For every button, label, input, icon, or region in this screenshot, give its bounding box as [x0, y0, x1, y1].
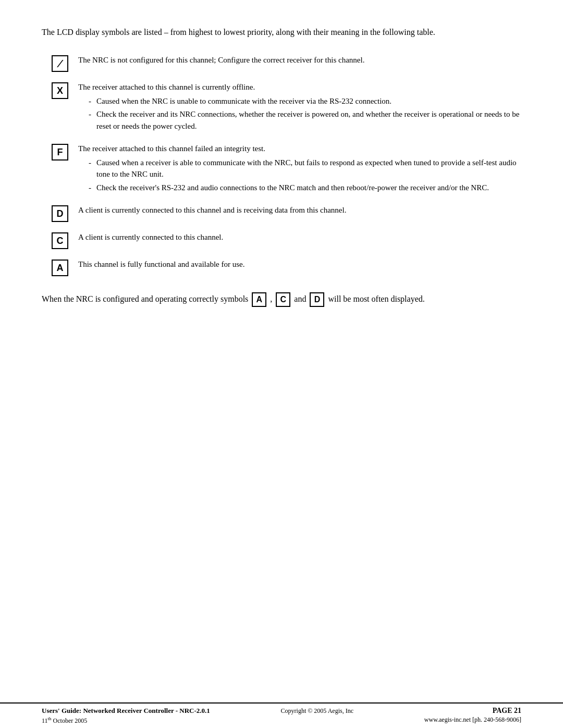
symbol-table: ∕ The NRC is not configured for this cha…: [42, 54, 521, 276]
footer-date: 11th October 2005: [42, 716, 210, 725]
symbol-cell-x: X: [42, 81, 78, 99]
symbol-cell-c: C: [42, 231, 78, 249]
slash-symbol: ∕: [52, 55, 68, 72]
bottom-paragraph: When the NRC is configured and operating…: [42, 292, 521, 307]
desc-f-bullets: Caused when a receiver is able to commun…: [78, 157, 521, 194]
intro-paragraph: The LCD display symbols are listed – fro…: [42, 26, 521, 39]
desc-a-main: This channel is fully functional and ava…: [78, 258, 521, 270]
inline-symbol-c: C: [276, 292, 290, 307]
footer-left: Users' Guide: Networked Receiver Control…: [42, 707, 210, 725]
desc-f-main: The receiver attached to this channel fa…: [78, 143, 521, 155]
symbol-row-a: A This channel is fully functional and a…: [42, 258, 521, 276]
description-x: The receiver attached to this channel is…: [78, 81, 521, 133]
footer-title: Users' Guide: Networked Receiver Control…: [42, 707, 210, 715]
footer: Users' Guide: Networked Receiver Control…: [0, 702, 563, 728]
description-f: The receiver attached to this channel fa…: [78, 143, 521, 195]
symbol-row-x: X The receiver attached to this channel …: [42, 81, 521, 133]
desc-x-main: The receiver attached to this channel is…: [78, 81, 521, 93]
desc-slash-main: The NRC is not configured for this chann…: [78, 54, 521, 66]
bottom-and: and: [294, 294, 308, 303]
desc-x-bullet-2: Check the receiver and its NRC connectio…: [89, 108, 521, 132]
bottom-suffix: will be most often displayed.: [328, 294, 424, 303]
bottom-prefix: When the NRC is configured and operating…: [42, 294, 248, 303]
desc-x-bullet-1: Caused when the NRC is unable to communi…: [89, 95, 521, 107]
description-c: A client is currently connected to this …: [78, 231, 521, 245]
inline-symbol-a: A: [252, 292, 266, 307]
bottom-comma1: ,: [270, 294, 274, 303]
desc-c-main: A client is currently connected to this …: [78, 231, 521, 243]
inline-symbol-d: D: [310, 292, 324, 307]
desc-f-bullet-1: Caused when a receiver is able to commun…: [89, 157, 521, 180]
symbol-cell-a: A: [42, 258, 78, 276]
symbol-row-f: F The receiver attached to this channel …: [42, 143, 521, 195]
footer-copyright: Copyright © 2005 Aegis, Inc: [281, 707, 353, 714]
footer-website: www.aegis-inc.net [ph. 240-568-9006]: [424, 716, 521, 724]
symbol-row-d: D A client is currently connected to thi…: [42, 204, 521, 222]
symbol-cell-slash: ∕: [42, 54, 78, 72]
footer-right: PAGE 21 www.aegis-inc.net [ph. 240-568-9…: [424, 707, 521, 724]
desc-x-bullets: Caused when the NRC is unable to communi…: [78, 95, 521, 132]
description-slash: The NRC is not configured for this chann…: [78, 54, 521, 68]
footer-center: Copyright © 2005 Aegis, Inc: [281, 707, 353, 715]
symbol-row-c: C A client is currently connected to thi…: [42, 231, 521, 249]
description-d: A client is currently connected to this …: [78, 204, 521, 218]
description-a: This channel is fully functional and ava…: [78, 258, 521, 273]
c-symbol: C: [52, 232, 68, 249]
f-symbol: F: [52, 144, 68, 161]
symbol-cell-d: D: [42, 204, 78, 222]
footer-page: PAGE 21: [493, 707, 521, 715]
desc-d-main: A client is currently connected to this …: [78, 204, 521, 216]
symbol-row-slash: ∕ The NRC is not configured for this cha…: [42, 54, 521, 72]
symbol-cell-f: F: [42, 143, 78, 161]
desc-f-bullet-2: Check the receiver's RS-232 and audio co…: [89, 182, 521, 194]
x-symbol: X: [52, 82, 68, 99]
d-symbol: D: [52, 205, 68, 222]
a-symbol: A: [52, 260, 68, 276]
